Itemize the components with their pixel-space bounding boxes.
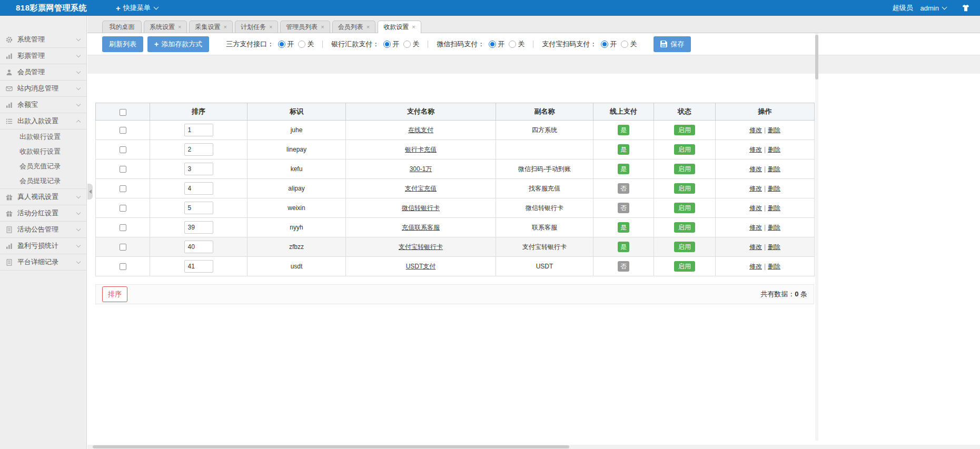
sidebar-item-3[interactable]: 站内消息管理: [0, 81, 86, 97]
row-checkbox[interactable]: [120, 185, 126, 192]
save-button[interactable]: 保存: [654, 36, 691, 52]
status-badge[interactable]: 启用: [674, 125, 695, 135]
horizontal-scrollbar[interactable]: [87, 445, 980, 449]
order-input[interactable]: [184, 163, 213, 175]
close-icon[interactable]: ×: [367, 22, 370, 33]
edit-link[interactable]: 修改: [749, 165, 762, 173]
delete-link[interactable]: 删除: [768, 165, 780, 173]
sidebar-item-10[interactable]: 平台详细记录: [0, 254, 86, 271]
delete-link[interactable]: 删除: [768, 185, 780, 192]
status-badge[interactable]: 启用: [674, 242, 695, 252]
payment-name-link[interactable]: 支付宝充值: [405, 185, 437, 192]
theme-shirt-icon[interactable]: [961, 4, 971, 12]
delete-link[interactable]: 删除: [768, 263, 780, 270]
order-input[interactable]: [184, 260, 213, 273]
status-badge[interactable]: 启用: [674, 183, 695, 194]
payment-name-link[interactable]: 300-1万: [410, 165, 432, 173]
close-icon[interactable]: ×: [321, 22, 324, 33]
row-checkbox[interactable]: [120, 224, 126, 231]
radio-off[interactable]: [621, 41, 628, 48]
close-icon[interactable]: ×: [412, 22, 415, 33]
sort-button[interactable]: 排序: [102, 286, 127, 302]
edit-link[interactable]: 修改: [749, 185, 762, 192]
sidebar-item-1[interactable]: 彩票管理: [0, 48, 86, 64]
payment-name-link[interactable]: USDT支付: [406, 263, 436, 270]
row-checkbox[interactable]: [120, 263, 126, 270]
order-input[interactable]: [184, 143, 213, 156]
close-icon[interactable]: ×: [223, 22, 226, 33]
toolbar: 刷新列表 + 添加存款方式 三方支付接口：开关银行汇款支付：开关微信扫码支付：开…: [87, 33, 980, 55]
radio-on[interactable]: [601, 41, 608, 48]
close-icon[interactable]: ×: [269, 22, 272, 33]
user-menu[interactable]: admin: [920, 4, 946, 12]
status-badge[interactable]: 启用: [674, 203, 695, 213]
tab-2[interactable]: 采集设置×: [189, 21, 232, 33]
row-checkbox[interactable]: [120, 166, 126, 173]
add-deposit-method-button[interactable]: + 添加存款方式: [147, 36, 209, 52]
vertical-scrollbar[interactable]: [815, 33, 818, 441]
sidebar-item-8[interactable]: 活动公告管理: [0, 222, 86, 238]
row-checkbox[interactable]: [120, 127, 126, 134]
status-badge[interactable]: 启用: [674, 261, 695, 272]
status-badge[interactable]: 启用: [674, 144, 695, 155]
refresh-list-button[interactable]: 刷新列表: [102, 36, 143, 52]
sidebar-subitem[interactable]: 收款银行设置: [0, 144, 86, 159]
row-checkbox[interactable]: [120, 146, 126, 153]
status-badge[interactable]: 启用: [674, 164, 695, 174]
tab-5[interactable]: 会员列表×: [332, 21, 375, 33]
payment-name-link[interactable]: 充值联系客服: [402, 224, 440, 231]
payment-name-link[interactable]: 银行卡充值: [405, 146, 437, 153]
sidebar-subitem[interactable]: 出款银行设置: [0, 129, 86, 144]
sidebar-item-label: 会员管理: [17, 67, 77, 77]
order-input[interactable]: [184, 241, 213, 253]
delete-link[interactable]: 删除: [768, 204, 780, 212]
delete-link[interactable]: 删除: [768, 243, 780, 251]
tab-1[interactable]: 系统设置×: [144, 21, 187, 33]
radio-on[interactable]: [489, 41, 496, 48]
edit-link[interactable]: 修改: [749, 204, 762, 212]
sidebar-subitem[interactable]: 会员充值记录: [0, 159, 86, 174]
radio-off[interactable]: [509, 41, 516, 48]
order-input[interactable]: [184, 202, 213, 214]
tab-6[interactable]: 收款设置×: [378, 21, 421, 33]
quick-menu-button[interactable]: + 快捷菜单: [116, 3, 158, 13]
edit-link[interactable]: 修改: [749, 243, 762, 251]
status-badge[interactable]: 启用: [674, 222, 695, 233]
delete-link[interactable]: 删除: [768, 224, 780, 231]
radio-on[interactable]: [278, 41, 285, 48]
edit-link[interactable]: 修改: [749, 263, 762, 270]
delete-link[interactable]: 删除: [768, 146, 780, 153]
tab-4[interactable]: 管理员列表×: [280, 21, 330, 33]
select-all-checkbox[interactable]: [120, 109, 126, 116]
delete-link[interactable]: 删除: [768, 126, 780, 134]
tab-0[interactable]: 我的桌面: [102, 21, 142, 33]
sidebar-item-6[interactable]: 真人视讯设置: [0, 189, 86, 205]
edit-link[interactable]: 修改: [749, 224, 762, 231]
close-icon[interactable]: ×: [178, 22, 181, 33]
order-input[interactable]: [184, 182, 213, 195]
edit-link[interactable]: 修改: [749, 146, 762, 153]
horizontal-scrollbar-thumb[interactable]: [93, 445, 569, 448]
row-checkbox[interactable]: [120, 205, 126, 212]
row-checkbox[interactable]: [120, 244, 126, 251]
order-input[interactable]: [184, 124, 213, 136]
edit-link[interactable]: 修改: [749, 126, 762, 134]
order-input[interactable]: [184, 221, 213, 234]
vertical-scrollbar-thumb[interactable]: [815, 35, 818, 79]
tab-3[interactable]: 计划任务×: [235, 21, 278, 33]
payment-name-link[interactable]: 支付宝转银行卡: [399, 243, 443, 251]
sidebar-collapse-handle[interactable]: [87, 184, 93, 199]
payment-name-link[interactable]: 微信转银行卡: [402, 204, 440, 212]
sidebar-item-5[interactable]: 出款入款设置: [0, 113, 86, 129]
sidebar-item-2[interactable]: 会员管理: [0, 64, 86, 81]
sidebar-item-4[interactable]: 余额宝: [0, 97, 86, 113]
payment-name-link[interactable]: 在线支付: [408, 126, 433, 134]
toolbar-separator: [87, 55, 980, 74]
sidebar-item-0[interactable]: 系统管理: [0, 32, 86, 48]
radio-on[interactable]: [383, 41, 391, 48]
sidebar-item-7[interactable]: 活动分红设置: [0, 205, 86, 222]
sidebar-subitem[interactable]: 会员提现记录: [0, 174, 86, 188]
radio-off[interactable]: [298, 41, 305, 48]
radio-off[interactable]: [403, 41, 411, 48]
sidebar-item-9[interactable]: 盈利亏损统计: [0, 238, 86, 254]
